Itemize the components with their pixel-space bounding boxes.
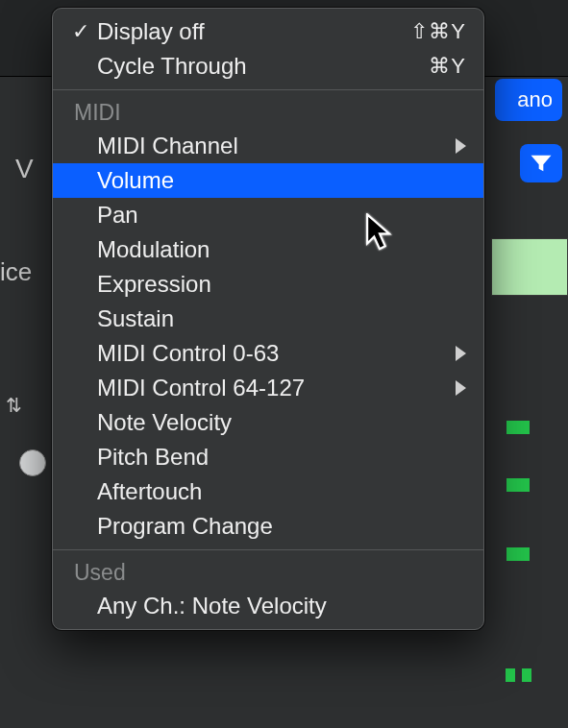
bg-green-marker: [522, 668, 531, 682]
menu-separator: [53, 89, 483, 90]
chevron-right-icon: [456, 138, 466, 154]
chevron-right-icon: [456, 346, 466, 361]
menu-item-label: Display off: [97, 18, 410, 45]
menu-item-cycle-through[interactable]: Cycle Through ⌘Y: [53, 49, 483, 84]
filter-button[interactable]: [520, 144, 562, 182]
menu-item-label: Modulation: [97, 236, 466, 263]
menu-item-aftertouch[interactable]: Aftertouch: [53, 474, 483, 509]
menu-item-display-off[interactable]: ✓ Display off ⇧⌘Y: [53, 14, 483, 49]
bg-v-label: V: [15, 154, 34, 184]
menu-item-label: Volume: [97, 167, 466, 194]
bg-green-marker: [506, 668, 515, 682]
menu-item-label: Cycle Through: [97, 53, 429, 80]
menu-item-label: Sustain: [97, 305, 466, 332]
menu-item-volume[interactable]: Volume: [53, 163, 483, 198]
bg-green-marker: [506, 421, 530, 434]
bg-track-pill[interactable]: ano: [495, 79, 562, 121]
menu-item-sustain[interactable]: Sustain: [53, 302, 483, 336]
bg-green-marker: [506, 478, 530, 492]
menu-item-modulation[interactable]: Modulation: [53, 232, 483, 267]
bg-slider-knob[interactable]: [19, 449, 46, 476]
bg-track-pill-text: ano: [517, 87, 553, 112]
menu-item-midi-channel[interactable]: MIDI Channel: [53, 129, 483, 163]
menu-item-pitch-bend[interactable]: Pitch Bend: [53, 440, 483, 474]
menu-item-label: Aftertouch: [97, 478, 466, 505]
menu-item-any-ch-note-velocity[interactable]: Any Ch.: Note Velocity: [53, 589, 483, 623]
menu-item-expression[interactable]: Expression: [53, 267, 483, 302]
menu-item-label: Program Change: [97, 513, 466, 540]
menu-separator: [53, 549, 483, 550]
bg-region-block[interactable]: [491, 238, 568, 296]
menu-item-shortcut: ⇧⌘Y: [410, 19, 466, 44]
menu-item-label: MIDI Channel: [97, 133, 448, 159]
menu-item-pan[interactable]: Pan: [53, 198, 483, 232]
menu-item-program-change[interactable]: Program Change: [53, 509, 483, 544]
menu-item-label: Expression: [97, 271, 466, 298]
menu-item-label: Pan: [97, 202, 466, 229]
menu-item-label: MIDI Control 64-127: [97, 375, 448, 401]
bg-stepper-icon[interactable]: ⇅: [6, 394, 22, 417]
menu-item-label: Any Ch.: Note Velocity: [97, 593, 466, 619]
menu-item-label: MIDI Control 0-63: [97, 340, 448, 367]
checkmark-icon: ✓: [64, 19, 97, 44]
menu-section-header-used: Used: [53, 556, 483, 589]
automation-parameter-menu[interactable]: ✓ Display off ⇧⌘Y Cycle Through ⌘Y MIDI …: [52, 8, 484, 630]
menu-item-midi-control-64-127[interactable]: MIDI Control 64-127: [53, 371, 483, 405]
menu-item-label: Pitch Bend: [97, 444, 466, 471]
menu-item-midi-control-0-63[interactable]: MIDI Control 0-63: [53, 336, 483, 371]
bg-green-marker: [506, 547, 530, 561]
menu-section-header-midi: MIDI: [53, 96, 483, 129]
bg-ice-label: ice: [0, 257, 32, 287]
section-header-label: Used: [74, 560, 126, 586]
chevron-right-icon: [456, 380, 466, 396]
section-header-label: MIDI: [74, 100, 121, 126]
menu-item-shortcut: ⌘Y: [429, 54, 466, 79]
menu-item-label: Note Velocity: [97, 409, 466, 436]
filter-icon: [528, 150, 555, 177]
menu-item-note-velocity[interactable]: Note Velocity: [53, 405, 483, 440]
